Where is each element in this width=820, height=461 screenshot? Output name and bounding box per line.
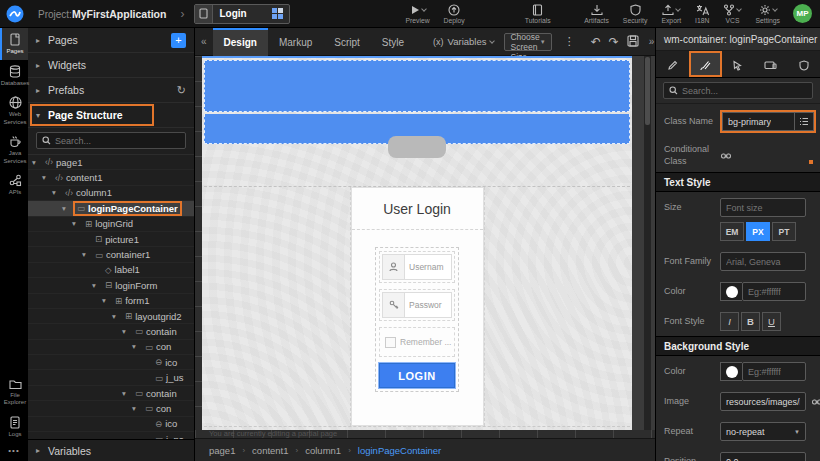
italic-button[interactable]: I: [720, 312, 739, 331]
section-page-structure[interactable]: ▾ Page Structure: [28, 103, 194, 128]
caret-icon[interactable]: ▾: [92, 281, 103, 290]
tree-node[interactable]: ▾ ▭ con: [28, 340, 194, 355]
color-swatch-button[interactable]: [720, 362, 742, 381]
tree-node[interactable]: ▾ ▭ contain: [28, 324, 194, 339]
unit-pt-button[interactable]: PT: [772, 222, 796, 241]
tab-security[interactable]: [787, 51, 820, 77]
tutorials-button[interactable]: Tutorials: [518, 0, 558, 28]
caret-icon[interactable]: ▾: [122, 389, 133, 398]
tree-node[interactable]: ▾ ▭ con: [28, 401, 194, 416]
vcs-button[interactable]: VCS: [716, 0, 748, 28]
search-input[interactable]: Search...: [663, 82, 813, 99]
breadcrumb-item[interactable]: column1 ›: [305, 445, 358, 456]
tree-node[interactable]: ▾ ‹/› content1: [28, 170, 194, 185]
tree-node[interactable]: ⊡ picture1: [28, 232, 194, 247]
breadcrumb-item[interactable]: loginPageContainer ›: [358, 445, 441, 456]
save-button[interactable]: [623, 33, 643, 51]
i18n-button[interactable]: I18N: [688, 0, 716, 28]
tab-devices[interactable]: [754, 51, 787, 77]
caret-icon[interactable]: ▾: [112, 312, 123, 321]
settings-button[interactable]: Settings: [748, 0, 787, 28]
link-icon[interactable]: [720, 151, 732, 161]
link-icon[interactable]: [811, 397, 820, 407]
class-name-input[interactable]: bg-primary: [722, 112, 794, 131]
background-image-input[interactable]: resources/images/im: [720, 392, 806, 411]
tree-node[interactable]: ▾ ‹/› column1: [28, 186, 194, 201]
page-preview[interactable]: User Login Usernam: [202, 56, 632, 430]
class-list-button[interactable]: [794, 112, 814, 131]
tree-node[interactable]: ◇ label1: [28, 263, 194, 278]
caret-icon[interactable]: ▾: [72, 219, 83, 228]
canvas-tab[interactable]: Design: [213, 28, 268, 56]
undo-button[interactable]: ↶: [587, 35, 605, 49]
tab-properties[interactable]: [656, 51, 689, 77]
canvas-vertical-scrollbar[interactable]: [644, 56, 651, 430]
deploy-button[interactable]: Deploy: [437, 0, 472, 28]
tree-node[interactable]: ▾ ▭ contain: [28, 386, 194, 401]
caret-icon[interactable]: ▾: [102, 296, 113, 305]
redo-button[interactable]: ↷: [605, 35, 623, 49]
section-pages[interactable]: ▸ Pages +: [28, 28, 194, 53]
screen-size-select[interactable]: -- Choose Screen Size -- ▼: [504, 33, 551, 51]
background-style-header[interactable]: Background Style: [656, 336, 820, 356]
background-color-input[interactable]: Eg:#ffffff: [742, 362, 806, 381]
scrollbar-thumb[interactable]: [645, 57, 650, 125]
tree-node[interactable]: ▾ ⊞ form1: [28, 294, 194, 309]
sidebar-item-web-services[interactable]: Web Services: [0, 91, 28, 130]
font-family-input[interactable]: Arial, Geneva: [720, 252, 806, 271]
kebab-menu-icon[interactable]: ⋮: [560, 35, 579, 48]
font-size-input[interactable]: Font size: [720, 198, 806, 217]
user-avatar[interactable]: MP: [793, 4, 812, 23]
tree-node[interactable]: ▾ ⊞ loginGrid: [28, 217, 194, 232]
page-layout-grid-icon[interactable]: [272, 8, 284, 20]
breadcrumb-item[interactable]: content1 ›: [252, 445, 305, 456]
tab-events[interactable]: [722, 51, 755, 77]
sidebar-item-databases[interactable]: Databases: [0, 60, 28, 92]
sidebar-item-logs[interactable]: Logs: [0, 411, 28, 443]
remember-checkbox[interactable]: [385, 337, 396, 348]
unit-px-button[interactable]: PX: [746, 222, 770, 241]
section-prefabs[interactable]: ▸ Prefabs ↻: [28, 78, 194, 103]
tree-node[interactable]: ▭ j_us: [28, 370, 194, 385]
security-button[interactable]: Security: [616, 0, 655, 28]
caret-icon[interactable]: ▾: [62, 204, 73, 213]
tree-node[interactable]: ▾ ▭ container1: [28, 247, 194, 262]
more-options-icon[interactable]: •••: [0, 442, 28, 461]
tree-node[interactable]: ▭ j_pa: [28, 432, 194, 439]
password-row[interactable]: Passwor: [379, 289, 455, 321]
tree-node[interactable]: ▾ ‹/› page1: [28, 155, 194, 170]
sidebar-item-file-explorer[interactable]: File Explorer: [0, 373, 28, 411]
text-color-input[interactable]: Eg:#ffffff: [742, 282, 806, 301]
open-page-tab[interactable]: Login: [194, 4, 290, 24]
caret-icon[interactable]: ▾: [122, 327, 133, 336]
grid-right-column[interactable]: [484, 187, 631, 426]
caret-icon[interactable]: ▾: [82, 250, 93, 259]
color-swatch-button[interactable]: [720, 282, 742, 301]
underline-button[interactable]: U: [762, 312, 781, 331]
refresh-icon[interactable]: ↻: [177, 84, 186, 97]
sidebar-item-java-services[interactable]: Java Services: [0, 130, 28, 169]
grid-left-column[interactable]: [204, 187, 351, 426]
caret-icon[interactable]: ▾: [132, 342, 143, 351]
tree-node[interactable]: ▾ ⊟ loginForm: [28, 278, 194, 293]
username-row[interactable]: Usernam: [379, 251, 455, 283]
login-form[interactable]: Usernam Passwor: [375, 247, 459, 392]
section-widgets[interactable]: ▸ Widgets: [28, 53, 194, 78]
tree-node[interactable]: ⊖ ico: [28, 355, 194, 370]
section-variables[interactable]: ▸ Variables: [28, 439, 194, 461]
text-style-header[interactable]: Text Style: [656, 172, 820, 192]
caret-icon[interactable]: ▾: [42, 173, 53, 182]
caret-icon[interactable]: ▾: [52, 188, 63, 197]
password-input[interactable]: Passwor: [405, 293, 451, 317]
export-button[interactable]: Export: [654, 0, 688, 28]
canvas-tab[interactable]: Markup: [268, 28, 323, 56]
background-position-input[interactable]: 0 0: [720, 452, 806, 461]
login-card[interactable]: User Login Usernam: [351, 187, 484, 426]
login-button[interactable]: LOGIN: [379, 363, 455, 388]
add-page-button[interactable]: +: [171, 33, 186, 48]
tree-node[interactable]: ▾ ⊞ layoutgrid2: [28, 309, 194, 324]
repeat-select[interactable]: no-repeat ▼: [720, 422, 806, 441]
canvas-tab[interactable]: Style: [371, 28, 415, 56]
tree-node[interactable]: ▾ ▭ loginPageContainer: [28, 201, 194, 216]
unit-em-button[interactable]: EM: [720, 222, 744, 241]
